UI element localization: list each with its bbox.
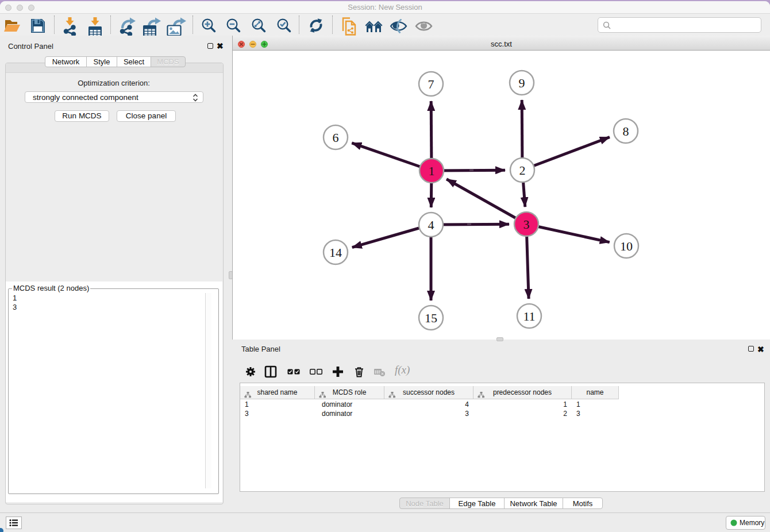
- svg-text:4: 4: [428, 218, 434, 232]
- svg-text:2: 2: [519, 163, 526, 178]
- svg-text:1: 1: [429, 164, 435, 178]
- svg-text:11: 11: [523, 309, 535, 323]
- svg-text:14: 14: [329, 245, 342, 260]
- svg-text:8: 8: [623, 124, 629, 138]
- svg-text:15: 15: [425, 311, 437, 325]
- svg-text:7: 7: [428, 77, 434, 91]
- svg-text:9: 9: [519, 76, 525, 90]
- svg-text:6: 6: [333, 130, 339, 145]
- svg-text:10: 10: [620, 239, 633, 253]
- svg-text:3: 3: [523, 217, 530, 232]
